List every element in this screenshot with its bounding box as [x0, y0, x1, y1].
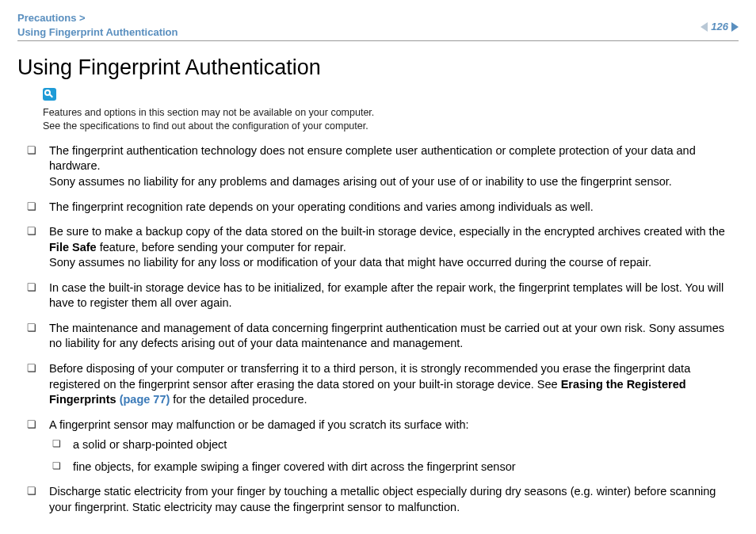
sub-list-item: fine objects, for example swiping a fing… — [49, 460, 739, 475]
list-item: Discharge static electricity from your f… — [17, 484, 739, 515]
breadcrumb: Precautions > Using Fingerprint Authenti… — [17, 11, 178, 39]
list-item: Be sure to make a backup copy of the dat… — [17, 224, 739, 271]
page-number: 126 — [711, 21, 728, 32]
list-item: The fingerprint recognition rate depends… — [17, 200, 739, 216]
page-link[interactable]: (page 77) — [120, 393, 170, 406]
list-item: In case the built-in storage device has … — [17, 280, 739, 311]
sub-list: a solid or sharp-pointed object fine obj… — [49, 437, 739, 475]
note-line: Features and options in this section may… — [43, 107, 374, 118]
list-item: The maintenance and management of data c… — [17, 321, 739, 352]
magnify-icon — [43, 88, 56, 101]
note-line: See the specifications to find out about… — [43, 120, 368, 132]
list-item: A fingerprint sensor may malfunction or … — [17, 418, 739, 475]
bullet-list: The fingerprint authentication technolog… — [17, 143, 739, 516]
next-page-icon[interactable] — [731, 22, 739, 32]
prev-page-icon[interactable] — [701, 22, 708, 32]
list-item: Before disposing of your computer or tra… — [17, 361, 739, 408]
list-item: The fingerprint authentication technolog… — [17, 143, 739, 190]
page-header: Precautions > Using Fingerprint Authenti… — [17, 11, 739, 41]
info-note: Features and options in this section may… — [43, 88, 739, 132]
sub-list-item: a solid or sharp-pointed object — [49, 437, 739, 453]
breadcrumb-section: Precautions > — [17, 11, 178, 25]
page-title: Using Fingerprint Authentication — [17, 55, 739, 80]
page-navigator: 126 — [701, 11, 739, 32]
breadcrumb-page: Using Fingerprint Authentication — [17, 25, 178, 40]
